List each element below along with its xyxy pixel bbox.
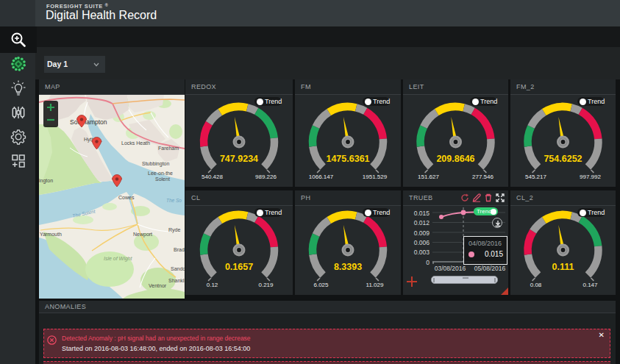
svg-text:Solent: Solent bbox=[155, 176, 170, 182]
svg-text:Sando: Sando bbox=[171, 266, 185, 271]
svg-text:Yarmouth: Yarmouth bbox=[40, 232, 62, 237]
svg-text:Shanklin: Shanklin bbox=[168, 278, 185, 283]
svg-text:Ryde: Ryde bbox=[168, 227, 180, 233]
svg-text:Ventnor: Ventnor bbox=[149, 283, 167, 288]
svg-text:Locks Heath: Locks Heath bbox=[121, 140, 150, 146]
svg-text:Southampton: Southampton bbox=[70, 118, 107, 126]
svg-text:Bradi: Bradi bbox=[174, 247, 185, 252]
svg-text:ington: ington bbox=[39, 178, 53, 184]
svg-text:Stubbington: Stubbington bbox=[142, 161, 169, 167]
svg-text:Isle of Wight: Isle of Wight bbox=[104, 256, 133, 262]
svg-text:Cowes: Cowes bbox=[118, 195, 135, 200]
svg-text:Fareham: Fareham bbox=[158, 146, 179, 151]
svg-text:Lee-on-the: Lee-on-the bbox=[148, 171, 173, 176]
svg-text:Newport: Newport bbox=[133, 232, 152, 238]
svg-text:The So: The So bbox=[166, 198, 182, 203]
